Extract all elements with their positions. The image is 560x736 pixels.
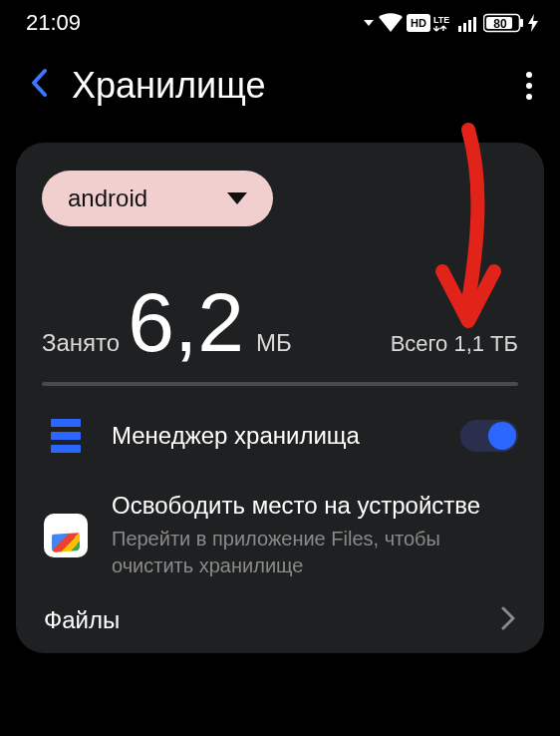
used-label: Занято [42, 329, 120, 357]
hd-badge-icon: HD [407, 14, 430, 32]
files-label: Файлы [44, 606, 120, 634]
storage-manager-icon [42, 412, 90, 460]
app-header: Хранилище [0, 42, 560, 123]
svg-text:HD: HD [411, 17, 426, 29]
signal-icon [458, 14, 480, 32]
dropdown-arrow-icon [227, 192, 247, 204]
svg-rect-3 [458, 26, 461, 32]
svg-rect-5 [468, 20, 471, 32]
free-space-subtitle: Перейти в приложение Files, чтобы очисти… [112, 526, 518, 579]
storage-card: android Занято 6,2 МБ Всего 1,1 ТБ Менед… [16, 143, 544, 653]
kebab-dot-icon [526, 94, 532, 100]
svg-rect-6 [473, 17, 476, 32]
status-icons: HD LTE 80 [363, 13, 538, 33]
storage-manager-toggle[interactable] [460, 420, 518, 452]
kebab-dot-icon [526, 83, 532, 89]
account-selector[interactable]: android [42, 171, 273, 226]
files-app-icon [42, 512, 90, 559]
kebab-dot-icon [526, 72, 532, 78]
free-space-title: Освободить место на устройстве [112, 492, 518, 520]
free-space-row[interactable]: Освободить место на устройстве Перейти в… [42, 480, 518, 583]
chevron-right-icon [500, 605, 516, 635]
storage-manager-title: Менеджер хранилища [112, 422, 438, 450]
usage-summary: Занято 6,2 МБ Всего 1,1 ТБ [42, 280, 518, 364]
svg-rect-8 [520, 19, 523, 27]
account-label: android [68, 184, 147, 212]
used-value: 6,2 [128, 280, 244, 364]
files-row[interactable]: Файлы [42, 583, 518, 635]
status-time: 21:09 [26, 10, 81, 36]
status-bar: 21:09 HD LTE 80 [0, 0, 560, 42]
chevron-left-icon [30, 68, 50, 98]
wifi-icon [378, 13, 404, 33]
svg-text:LTE: LTE [433, 15, 449, 25]
battery-icon: 80 [483, 13, 525, 33]
total-value: Всего 1,1 ТБ [391, 331, 518, 357]
bolt-icon [528, 14, 538, 32]
svg-rect-4 [463, 23, 466, 32]
dropdown-icon [363, 17, 375, 29]
battery-level: 80 [493, 17, 507, 31]
page-title: Хранилище [72, 65, 520, 107]
storage-manager-row[interactable]: Менеджер хранилища [42, 386, 518, 480]
lte-badge-icon: LTE [433, 14, 455, 32]
more-menu-button[interactable] [520, 66, 538, 106]
used-unit: МБ [256, 329, 292, 357]
back-button[interactable] [22, 64, 72, 107]
